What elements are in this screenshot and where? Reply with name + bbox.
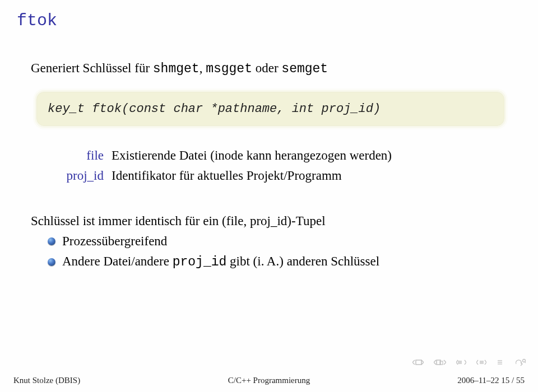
bullet-1: Prozessübergreifend	[48, 234, 521, 249]
def-file-term: file	[62, 148, 104, 163]
def-file: file Existierende Datei (inode kann hera…	[62, 148, 521, 163]
bullet-1-text: Prozessübergreifend	[62, 234, 167, 249]
svg-point-12	[523, 360, 526, 362]
bullet-2-post: gibt (i. A.) anderen Schlüssel	[226, 254, 379, 268]
footer-title: C/C++ Programmierung	[184, 376, 354, 385]
bullet-2-code: proj_id	[173, 255, 227, 269]
nav-prev-section-icon[interactable]	[434, 359, 446, 366]
nav-prev-slide-icon[interactable]	[412, 359, 424, 366]
intro-text: Generiert Schlüssel für	[31, 61, 153, 75]
bullet-icon	[48, 237, 55, 245]
slide: ftok Generiert Schlüssel für shmget, msg…	[0, 0, 538, 392]
fn-msgget: msgget	[206, 62, 252, 76]
slide-title: ftok	[17, 11, 521, 30]
footer-author: Knut Stolze (DBIS)	[13, 376, 184, 385]
bullet-2-pre: Andere Datei/andere	[62, 254, 173, 268]
bullet-2-text: Andere Datei/andere proj_id gibt (i. A.)…	[62, 254, 379, 269]
nav-back-icon[interactable]	[456, 360, 466, 365]
fn-semget: semget	[281, 62, 328, 76]
code-signature: key_t ftok(const char *pathname, int pro…	[48, 102, 381, 116]
nav-forward-icon[interactable]	[476, 360, 486, 365]
intro-sep1: ,	[200, 61, 206, 75]
def-projid-desc: Identifikator für aktuelles Projekt/Prog…	[112, 169, 342, 183]
nav-goto-end-icon[interactable]	[497, 360, 504, 365]
code-signature-box: key_t ftok(const char *pathname, int pro…	[36, 92, 504, 126]
svg-rect-0	[416, 360, 421, 365]
bullet-2: Andere Datei/andere proj_id gibt (i. A.)…	[48, 254, 521, 269]
nav-symbols	[412, 358, 526, 366]
nav-search-refresh-icon[interactable]	[514, 358, 526, 366]
intro-sep2: oder	[252, 61, 281, 75]
summary-line: Schlüssel ist immer identisch für ein (f…	[31, 214, 521, 228]
definition-list: file Existierende Datei (inode kann hera…	[62, 148, 521, 183]
def-file-desc: Existierende Datei (inode kann herangezo…	[112, 148, 392, 163]
svg-line-13	[525, 362, 526, 363]
bullet-icon	[48, 258, 55, 266]
footer: Knut Stolze (DBIS) C/C++ Programmierung …	[0, 368, 538, 392]
def-projid: proj_id Identifikator für aktuelles Proj…	[62, 169, 521, 183]
intro-line: Generiert Schlüssel für shmget, msgget o…	[31, 61, 521, 76]
bullet-list: Prozessübergreifend Andere Datei/andere …	[48, 234, 521, 269]
fn-shmget: shmget	[153, 62, 200, 76]
def-projid-term: proj_id	[62, 169, 104, 183]
footer-date-page: 2006–11–22 15 / 55	[354, 376, 525, 385]
